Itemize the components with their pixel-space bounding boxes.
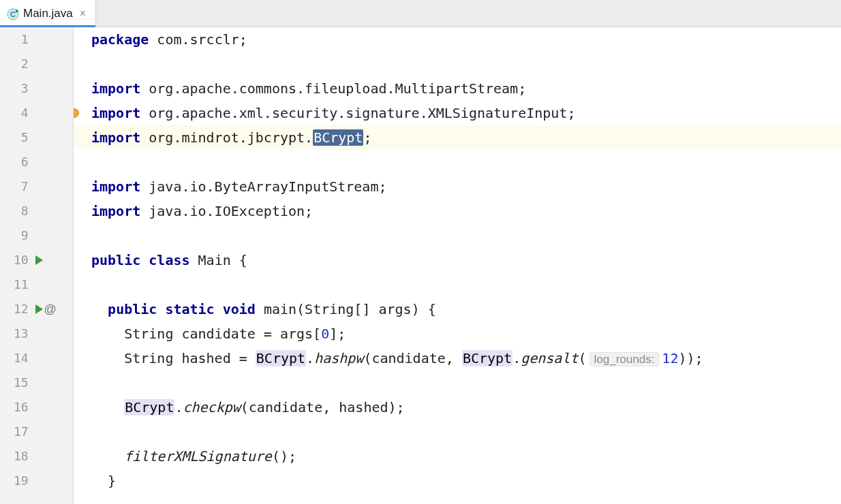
line-number[interactable]: 2 <box>0 52 31 76</box>
code-line-current[interactable]: import org.mindrot.jbcrypt.BCrypt; <box>74 125 841 150</box>
line-number[interactable]: 6 <box>0 150 31 174</box>
code-line[interactable] <box>91 371 841 395</box>
code-editor[interactable]: 1 2 3 4 5 6 7 8 9 10 11 12@ 13 14 15 16 … <box>0 27 841 504</box>
code-line[interactable]: import org.apache.xml.security.signature… <box>91 101 841 125</box>
code-line[interactable]: BCrypt.checkpw(candidate, hashed); <box>91 395 841 420</box>
tab-title: Main.java <box>23 7 73 20</box>
line-number[interactable]: 5 <box>0 125 31 150</box>
code-line[interactable]: filterXMLSignature(); <box>91 444 841 469</box>
code-line[interactable]: import org.apache.commons.fileupload.Mul… <box>91 76 841 101</box>
line-number[interactable]: 15 <box>0 371 31 395</box>
code-line[interactable]: import java.io.ByteArrayInputStream; <box>91 174 841 199</box>
usage-highlight: BCrypt <box>462 350 513 366</box>
line-number[interactable]: 12 <box>0 297 31 321</box>
svg-text:C: C <box>10 10 16 18</box>
code-line[interactable] <box>91 420 841 444</box>
code-line[interactable]: public class Main { <box>91 248 841 272</box>
selection[interactable]: BCrypt <box>313 129 363 146</box>
line-number[interactable]: 8 <box>0 199 31 223</box>
usage-highlight: BCrypt <box>124 399 174 415</box>
gutter[interactable]: 1 2 3 4 5 6 7 8 9 10 11 12@ 13 14 15 16 … <box>0 27 74 504</box>
code-line[interactable] <box>91 272 841 297</box>
line-number[interactable]: 19 <box>0 469 31 493</box>
line-number[interactable]: 9 <box>0 223 31 248</box>
tab-main-java[interactable]: C Main.java × <box>0 0 96 27</box>
line-number[interactable]: 1 <box>0 27 31 52</box>
usage-highlight: BCrypt <box>256 350 306 366</box>
line-number[interactable]: 3 <box>0 76 31 101</box>
line-number[interactable]: 7 <box>0 174 31 199</box>
code-line[interactable]: import java.io.IOException; <box>91 199 841 223</box>
warning-gutter-icon[interactable] <box>74 108 79 118</box>
line-number[interactable]: 14 <box>0 346 31 371</box>
line-number[interactable]: 17 <box>0 420 31 444</box>
run-gutter-icon[interactable] <box>35 304 43 314</box>
code-line[interactable]: String candidate = args[0]; <box>91 321 841 346</box>
code-line[interactable] <box>91 150 841 174</box>
run-gutter-icon[interactable] <box>35 255 43 265</box>
parameter-hint: log_rounds: <box>590 352 660 366</box>
code-line[interactable] <box>91 223 841 248</box>
code-line[interactable]: public static void main(String[] args) { <box>91 297 841 321</box>
line-number[interactable]: 11 <box>0 272 31 297</box>
code-line[interactable]: } <box>91 469 841 493</box>
line-number[interactable]: 13 <box>0 321 31 346</box>
code-area[interactable]: ⊟ ⊟ ⊟ ⊟ package com.srcclr; import org.a… <box>74 27 841 504</box>
override-gutter-icon[interactable]: @ <box>44 297 57 321</box>
code-line[interactable]: package com.srcclr; <box>91 27 841 52</box>
editor-tabs-bar: C Main.java × <box>0 0 841 27</box>
code-line[interactable]: String hashed = BCrypt.hashpw(candidate,… <box>91 346 841 371</box>
code-line[interactable] <box>91 52 841 76</box>
line-number[interactable]: 18 <box>0 444 31 469</box>
line-number[interactable]: 16 <box>0 395 31 420</box>
java-class-icon: C <box>7 7 19 20</box>
line-number[interactable]: 10 <box>0 248 31 272</box>
line-number[interactable]: 4 <box>0 101 31 125</box>
tab-close-icon[interactable]: × <box>77 7 89 20</box>
